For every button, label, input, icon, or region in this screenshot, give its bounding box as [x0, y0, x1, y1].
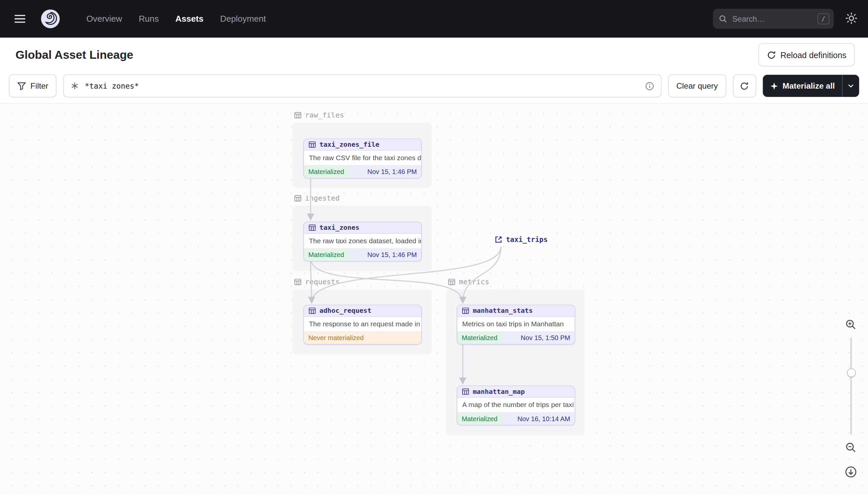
asset-node-adhoc-request[interactable]: adhoc_request The response to an request…	[303, 305, 422, 345]
asset-description: A map of the number of trips per taxi z…	[457, 398, 575, 412]
table-icon	[308, 307, 316, 315]
op-selector-icon	[71, 81, 79, 90]
recenter-view-button[interactable]	[843, 463, 859, 480]
app-window: Overview Runs Assets Deployment / Global…	[0, 0, 868, 495]
zoom-slider-thumb[interactable]	[847, 368, 856, 377]
status-badge: Materialized	[304, 166, 348, 178]
materialization-timestamp[interactable]: Nov 16, 10:14 AM	[502, 413, 575, 425]
filter-funnel-icon	[17, 81, 26, 90]
materialize-dropdown-caret[interactable]	[842, 75, 859, 97]
status-badge: Materialized	[457, 413, 502, 425]
materialization-timestamp	[368, 332, 421, 344]
zoom-in-icon	[845, 319, 857, 330]
zoom-out-icon	[845, 442, 857, 454]
navbar-right: /	[713, 9, 860, 29]
reload-definitions-label: Reload definitions	[780, 50, 846, 60]
external-asset-taxi-trips[interactable]: taxi_trips	[494, 235, 548, 243]
sparkle-icon	[770, 82, 778, 90]
asset-status-row: Never materialized	[304, 331, 421, 344]
filter-button[interactable]: Filter	[9, 74, 57, 98]
filter-label: Filter	[31, 81, 48, 90]
zoom-controls	[842, 317, 860, 481]
asset-name: adhoc_request	[320, 307, 371, 315]
zoom-slider-track[interactable]	[850, 338, 852, 435]
lineage-canvas[interactable]: raw_files ingested requests metrics	[0, 103, 868, 495]
external-link-icon	[494, 235, 502, 243]
hamburger-menu-icon[interactable]	[14, 12, 28, 26]
chevron-down-icon	[848, 84, 854, 88]
table-icon	[462, 388, 470, 395]
global-search[interactable]: /	[713, 9, 834, 29]
arrow-down-circle-icon	[844, 465, 857, 479]
page-header: Global Asset Lineage Reload definitions	[0, 38, 868, 74]
asset-selection-input[interactable]	[63, 74, 661, 98]
zoom-in-button[interactable]	[843, 317, 859, 333]
materialization-timestamp[interactable]: Nov 15, 1:46 PM	[349, 249, 422, 261]
external-asset-name: taxi_trips	[506, 235, 548, 243]
dagster-logo[interactable]	[40, 8, 61, 29]
table-icon	[308, 224, 316, 232]
nav-item-deployment[interactable]: Deployment	[220, 14, 266, 24]
primary-nav: Overview Runs Assets Deployment	[86, 14, 266, 24]
materialization-timestamp[interactable]: Nov 15, 1:50 PM	[502, 332, 575, 344]
asset-query-field[interactable]	[84, 81, 640, 90]
page-title: Global Asset Lineage	[15, 44, 133, 66]
materialization-timestamp[interactable]: Nov 15, 1:46 PM	[349, 166, 422, 178]
asset-node-manhattan-stats[interactable]: manhattan_stats Metrics on taxi trips in…	[457, 305, 575, 345]
asset-description: Metrics on taxi trips in Manhattan	[457, 317, 575, 331]
asset-node-header[interactable]: manhattan_stats	[457, 305, 575, 317]
refresh-icon	[740, 81, 749, 90]
status-badge: Never materialized	[304, 332, 368, 344]
clear-query-label: Clear query	[676, 81, 718, 90]
reload-icon	[767, 50, 776, 60]
table-icon	[462, 307, 470, 315]
asset-status-row: Materialized Nov 16, 10:14 AM	[457, 412, 575, 425]
nav-item-runs[interactable]: Runs	[139, 14, 159, 24]
status-badge: Materialized	[457, 332, 502, 344]
asset-node-header[interactable]: adhoc_request	[304, 305, 421, 317]
asset-node-header[interactable]: manhattan_map	[457, 386, 575, 397]
asset-name: taxi_zones	[320, 224, 359, 232]
status-badge: Materialized	[304, 249, 348, 261]
search-input[interactable]	[731, 14, 794, 24]
materialize-all-button[interactable]: Materialize all	[763, 75, 859, 97]
asset-name: taxi_zones_file	[320, 141, 379, 149]
reload-definitions-button[interactable]: Reload definitions	[758, 43, 854, 67]
asset-status-row: Materialized Nov 15, 1:46 PM	[304, 248, 421, 261]
asset-node-taxi-zones[interactable]: taxi_zones The raw taxi zones dataset, l…	[303, 222, 422, 262]
zoom-out-button[interactable]	[843, 439, 859, 456]
table-icon	[308, 141, 316, 149]
asset-node-header[interactable]: taxi_zones_file	[304, 139, 421, 151]
asset-node-header[interactable]: taxi_zones	[304, 222, 421, 234]
refresh-graph-button[interactable]	[733, 74, 756, 98]
asset-description: The response to an request made in th…	[304, 317, 421, 331]
settings-gear-icon[interactable]	[845, 12, 859, 26]
clear-query-button[interactable]: Clear query	[668, 74, 726, 98]
lineage-edges	[0, 104, 868, 490]
lineage-toolbar: Filter Clear query Materialize all	[0, 74, 868, 103]
materialize-all-main[interactable]: Materialize all	[763, 75, 842, 97]
info-icon[interactable]	[645, 81, 654, 90]
asset-name: manhattan_map	[473, 388, 525, 395]
zoom-slider[interactable]	[843, 338, 859, 435]
asset-description: The raw taxi zones dataset, loaded int…	[304, 234, 421, 248]
asset-status-row: Materialized Nov 15, 1:46 PM	[304, 165, 421, 178]
asset-status-row: Materialized Nov 15, 1:50 PM	[457, 331, 575, 344]
nav-item-overview[interactable]: Overview	[86, 14, 122, 24]
asset-name: manhattan_stats	[473, 307, 533, 315]
asset-description: The raw CSV file for the taxi zones dat…	[304, 151, 421, 165]
asset-node-taxi-zones-file[interactable]: taxi_zones_file The raw CSV file for the…	[303, 138, 422, 178]
asset-node-manhattan-map[interactable]: manhattan_map A map of the number of tri…	[457, 386, 575, 426]
materialize-all-label: Materialize all	[783, 81, 835, 90]
nav-item-assets[interactable]: Assets	[176, 14, 204, 24]
search-icon	[719, 14, 727, 23]
top-navbar: Overview Runs Assets Deployment /	[0, 0, 868, 38]
search-shortcut-key: /	[817, 14, 829, 24]
